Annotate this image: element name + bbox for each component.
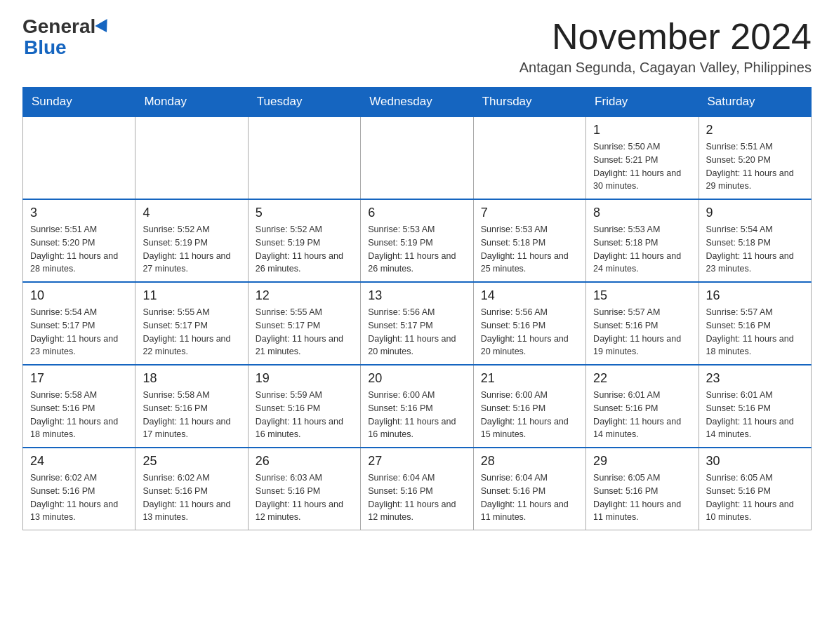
day-info: Sunrise: 5:53 AMSunset: 5:18 PMDaylight:… bbox=[481, 223, 578, 276]
day-info: Sunrise: 5:52 AMSunset: 5:19 PMDaylight:… bbox=[256, 223, 353, 276]
day-info: Sunrise: 5:59 AMSunset: 5:16 PMDaylight:… bbox=[256, 389, 353, 441]
week-row-1: 1Sunrise: 5:50 AMSunset: 5:21 PMDaylight… bbox=[23, 116, 812, 199]
day-number: 7 bbox=[481, 206, 578, 220]
week-row-5: 24Sunrise: 6:02 AMSunset: 5:16 PMDayligh… bbox=[23, 448, 812, 530]
day-info: Sunrise: 5:51 AMSunset: 5:20 PMDaylight:… bbox=[30, 223, 128, 276]
cell-week2-day0: 3Sunrise: 5:51 AMSunset: 5:20 PMDaylight… bbox=[23, 199, 135, 282]
day-number: 19 bbox=[256, 371, 353, 386]
cell-week5-day5: 29Sunrise: 6:05 AMSunset: 5:16 PMDayligh… bbox=[586, 448, 699, 530]
cell-week5-day6: 30Sunrise: 6:05 AMSunset: 5:16 PMDayligh… bbox=[699, 448, 811, 530]
title-area: November 2024 Antagan Segunda, Cagayan V… bbox=[519, 17, 812, 76]
cell-week4-day3: 20Sunrise: 6:00 AMSunset: 5:16 PMDayligh… bbox=[361, 365, 473, 448]
day-number: 3 bbox=[30, 206, 128, 220]
day-info: Sunrise: 5:55 AMSunset: 5:17 PMDaylight:… bbox=[143, 306, 240, 358]
day-number: 28 bbox=[481, 454, 578, 469]
cell-week3-day1: 11Sunrise: 5:55 AMSunset: 5:17 PMDayligh… bbox=[135, 282, 248, 365]
calendar-table: Sunday Monday Tuesday Wednesday Thursday… bbox=[22, 87, 812, 530]
cell-week2-day5: 8Sunrise: 5:53 AMSunset: 5:18 PMDaylight… bbox=[586, 199, 699, 282]
cell-week3-day5: 15Sunrise: 5:57 AMSunset: 5:16 PMDayligh… bbox=[586, 282, 699, 365]
cell-week1-day3 bbox=[361, 116, 473, 199]
logo: General bbox=[22, 17, 111, 36]
day-number: 25 bbox=[143, 454, 240, 469]
cell-week1-day4 bbox=[473, 116, 585, 199]
calendar-title: November 2024 bbox=[519, 17, 812, 57]
day-info: Sunrise: 6:05 AMSunset: 5:16 PMDaylight:… bbox=[706, 471, 804, 524]
day-number: 18 bbox=[143, 371, 240, 386]
day-number: 23 bbox=[706, 371, 804, 386]
day-info: Sunrise: 6:02 AMSunset: 5:16 PMDaylight:… bbox=[143, 471, 240, 524]
cell-week1-day2 bbox=[248, 116, 360, 199]
cell-week2-day1: 4Sunrise: 5:52 AMSunset: 5:19 PMDaylight… bbox=[135, 199, 248, 282]
day-info: Sunrise: 6:00 AMSunset: 5:16 PMDaylight:… bbox=[481, 389, 578, 441]
logo-triangle-icon bbox=[95, 19, 113, 36]
day-info: Sunrise: 5:57 AMSunset: 5:16 PMDaylight:… bbox=[706, 306, 804, 358]
cell-week1-day6: 2Sunrise: 5:51 AMSunset: 5:20 PMDaylight… bbox=[699, 116, 811, 199]
col-thursday: Thursday bbox=[473, 88, 585, 117]
day-info: Sunrise: 6:01 AMSunset: 5:16 PMDaylight:… bbox=[593, 389, 691, 441]
day-info: Sunrise: 5:58 AMSunset: 5:16 PMDaylight:… bbox=[143, 389, 240, 441]
week-row-4: 17Sunrise: 5:58 AMSunset: 5:16 PMDayligh… bbox=[23, 365, 812, 448]
day-info: Sunrise: 5:53 AMSunset: 5:18 PMDaylight:… bbox=[593, 223, 691, 276]
cell-week5-day4: 28Sunrise: 6:04 AMSunset: 5:16 PMDayligh… bbox=[473, 448, 585, 530]
day-info: Sunrise: 6:01 AMSunset: 5:16 PMDaylight:… bbox=[706, 389, 804, 441]
cell-week3-day3: 13Sunrise: 5:56 AMSunset: 5:17 PMDayligh… bbox=[361, 282, 473, 365]
day-number: 8 bbox=[593, 206, 691, 220]
day-number: 11 bbox=[143, 288, 240, 303]
day-info: Sunrise: 6:03 AMSunset: 5:16 PMDaylight:… bbox=[256, 471, 353, 524]
logo-blue: Blue bbox=[24, 36, 67, 58]
day-number: 21 bbox=[481, 371, 578, 386]
day-number: 15 bbox=[593, 288, 691, 303]
day-number: 16 bbox=[706, 288, 804, 303]
cell-week2-day2: 5Sunrise: 5:52 AMSunset: 5:19 PMDaylight… bbox=[248, 199, 360, 282]
cell-week1-day1 bbox=[135, 116, 248, 199]
day-number: 2 bbox=[706, 123, 804, 137]
cell-week1-day5: 1Sunrise: 5:50 AMSunset: 5:21 PMDaylight… bbox=[586, 116, 699, 199]
day-info: Sunrise: 5:58 AMSunset: 5:16 PMDaylight:… bbox=[30, 389, 128, 441]
cell-week4-day6: 23Sunrise: 6:01 AMSunset: 5:16 PMDayligh… bbox=[699, 365, 811, 448]
day-number: 27 bbox=[368, 454, 465, 469]
day-number: 20 bbox=[368, 371, 465, 386]
day-info: Sunrise: 6:04 AMSunset: 5:16 PMDaylight:… bbox=[481, 471, 578, 524]
day-number: 9 bbox=[706, 206, 804, 220]
cell-week5-day3: 27Sunrise: 6:04 AMSunset: 5:16 PMDayligh… bbox=[361, 448, 473, 530]
day-number: 13 bbox=[368, 288, 465, 303]
calendar-subtitle: Antagan Segunda, Cagayan Valley, Philipp… bbox=[519, 60, 812, 76]
day-number: 1 bbox=[593, 123, 691, 137]
day-info: Sunrise: 5:56 AMSunset: 5:16 PMDaylight:… bbox=[481, 306, 578, 358]
day-info: Sunrise: 5:51 AMSunset: 5:20 PMDaylight:… bbox=[706, 140, 804, 193]
day-info: Sunrise: 6:05 AMSunset: 5:16 PMDaylight:… bbox=[593, 471, 691, 524]
cell-week2-day4: 7Sunrise: 5:53 AMSunset: 5:18 PMDaylight… bbox=[473, 199, 585, 282]
cell-week1-day0 bbox=[23, 116, 135, 199]
cell-week4-day5: 22Sunrise: 6:01 AMSunset: 5:16 PMDayligh… bbox=[586, 365, 699, 448]
cell-week2-day6: 9Sunrise: 5:54 AMSunset: 5:18 PMDaylight… bbox=[699, 199, 811, 282]
col-friday: Friday bbox=[586, 88, 699, 117]
cell-week4-day1: 18Sunrise: 5:58 AMSunset: 5:16 PMDayligh… bbox=[135, 365, 248, 448]
day-number: 22 bbox=[593, 371, 691, 386]
cell-week5-day1: 25Sunrise: 6:02 AMSunset: 5:16 PMDayligh… bbox=[135, 448, 248, 530]
day-info: Sunrise: 6:04 AMSunset: 5:16 PMDaylight:… bbox=[368, 471, 465, 524]
col-saturday: Saturday bbox=[699, 88, 811, 117]
day-info: Sunrise: 5:57 AMSunset: 5:16 PMDaylight:… bbox=[593, 306, 691, 358]
day-info: Sunrise: 5:52 AMSunset: 5:19 PMDaylight:… bbox=[143, 223, 240, 276]
day-info: Sunrise: 5:54 AMSunset: 5:17 PMDaylight:… bbox=[30, 306, 128, 358]
cell-week5-day0: 24Sunrise: 6:02 AMSunset: 5:16 PMDayligh… bbox=[23, 448, 135, 530]
day-number: 5 bbox=[256, 206, 353, 220]
col-tuesday: Tuesday bbox=[248, 88, 360, 117]
day-info: Sunrise: 5:54 AMSunset: 5:18 PMDaylight:… bbox=[706, 223, 804, 276]
cell-week3-day2: 12Sunrise: 5:55 AMSunset: 5:17 PMDayligh… bbox=[248, 282, 360, 365]
cell-week3-day4: 14Sunrise: 5:56 AMSunset: 5:16 PMDayligh… bbox=[473, 282, 585, 365]
cell-week4-day0: 17Sunrise: 5:58 AMSunset: 5:16 PMDayligh… bbox=[23, 365, 135, 448]
logo-general: General bbox=[22, 17, 95, 36]
day-info: Sunrise: 5:50 AMSunset: 5:21 PMDaylight:… bbox=[593, 140, 691, 193]
calendar-header-row: Sunday Monday Tuesday Wednesday Thursday… bbox=[23, 88, 812, 117]
week-row-3: 10Sunrise: 5:54 AMSunset: 5:17 PMDayligh… bbox=[23, 282, 812, 365]
day-info: Sunrise: 5:53 AMSunset: 5:19 PMDaylight:… bbox=[368, 223, 465, 276]
day-number: 26 bbox=[256, 454, 353, 469]
day-number: 30 bbox=[706, 454, 804, 469]
cell-week2-day3: 6Sunrise: 5:53 AMSunset: 5:19 PMDaylight… bbox=[361, 199, 473, 282]
cell-week4-day4: 21Sunrise: 6:00 AMSunset: 5:16 PMDayligh… bbox=[473, 365, 585, 448]
week-row-2: 3Sunrise: 5:51 AMSunset: 5:20 PMDaylight… bbox=[23, 199, 812, 282]
col-sunday: Sunday bbox=[23, 88, 135, 117]
logo-area: General Blue bbox=[22, 17, 111, 59]
day-info: Sunrise: 5:56 AMSunset: 5:17 PMDaylight:… bbox=[368, 306, 465, 358]
